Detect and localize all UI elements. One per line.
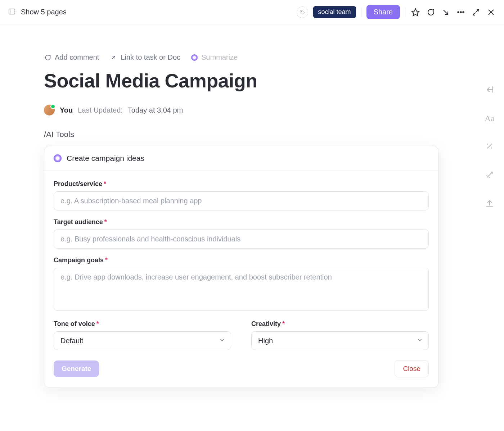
- page-title[interactable]: Social Media Campaign: [44, 69, 410, 92]
- typography-icon[interactable]: Aa: [485, 114, 495, 123]
- generate-button[interactable]: Generate: [54, 360, 99, 377]
- document-content: Add comment Link to task or Doc Summariz…: [0, 24, 410, 388]
- svg-point-4: [458, 12, 459, 13]
- close-button[interactable]: Close: [395, 360, 429, 377]
- ai-icon: [54, 154, 62, 162]
- avatar[interactable]: [44, 105, 55, 115]
- creativity-field: Creativity* High: [251, 320, 429, 350]
- creativity-label: Creativity*: [251, 320, 429, 328]
- svg-rect-0: [9, 9, 15, 14]
- svg-point-5: [460, 12, 462, 13]
- select-row: Tone of voice* Default Creativity*: [54, 320, 429, 350]
- topbar-left: Show 5 pages: [8, 8, 67, 17]
- upload-icon[interactable]: [485, 199, 494, 210]
- magic-icon[interactable]: [485, 170, 494, 181]
- creativity-select-wrap: High: [251, 331, 429, 350]
- svg-point-2: [301, 11, 302, 12]
- share-button[interactable]: Share: [366, 5, 400, 19]
- link-task-action[interactable]: Link to task or Doc: [110, 53, 180, 62]
- indent-icon[interactable]: [485, 85, 494, 96]
- doc-meta: You Last Updated: Today at 3:04 pm: [44, 105, 410, 115]
- panel-title: Create campaign ideas: [67, 154, 144, 163]
- add-comment-label: Add comment: [55, 53, 99, 62]
- required-marker: *: [104, 218, 107, 226]
- ai-icon: [191, 54, 198, 61]
- required-marker: *: [104, 180, 106, 187]
- required-marker: *: [105, 257, 108, 264]
- ai-wand-icon[interactable]: [485, 141, 494, 152]
- link-task-label: Link to task or Doc: [121, 53, 180, 62]
- author-name: You: [60, 106, 73, 114]
- topbar: Show 5 pages social team Share: [0, 0, 504, 24]
- tone-select-wrap: Default: [54, 331, 231, 350]
- expand-icon[interactable]: [471, 7, 481, 17]
- updated-value: Today at 3:04 pm: [128, 106, 183, 114]
- goals-input[interactable]: [54, 268, 429, 311]
- side-toolbar: Aa: [485, 85, 495, 210]
- product-input[interactable]: [54, 191, 429, 210]
- summarize-label: Summarize: [201, 53, 238, 62]
- goals-field: Campaign goals*: [54, 257, 429, 312]
- product-field: Product/service*: [54, 180, 429, 210]
- panel-header: Create campaign ideas: [44, 146, 438, 171]
- comment-icon[interactable]: [426, 7, 436, 17]
- product-label: Product/service*: [54, 180, 429, 188]
- doc-action-row: Add comment Link to task or Doc Summariz…: [44, 53, 410, 62]
- show-pages-button[interactable]: Show 5 pages: [21, 8, 67, 16]
- audience-label: Target audience*: [54, 218, 429, 226]
- required-marker: *: [282, 320, 285, 327]
- svg-marker-3: [412, 9, 419, 16]
- divider: [361, 7, 361, 17]
- tone-field: Tone of voice* Default: [54, 320, 231, 350]
- more-icon[interactable]: [456, 7, 466, 17]
- divider: [405, 7, 405, 17]
- panel-body: Product/service* Target audience* Campai…: [44, 171, 438, 387]
- add-comment-action[interactable]: Add comment: [44, 53, 99, 62]
- topbar-right: social team Share: [297, 5, 496, 19]
- favorite-icon[interactable]: [410, 7, 420, 17]
- close-icon[interactable]: [486, 7, 496, 17]
- tone-label: Tone of voice*: [54, 320, 231, 328]
- ai-tool-panel: Create campaign ideas Product/service* T…: [44, 146, 438, 388]
- goals-label: Campaign goals*: [54, 257, 429, 264]
- updated-label: Last Updated:: [78, 106, 123, 114]
- summarize-action[interactable]: Summarize: [191, 53, 238, 62]
- download-icon[interactable]: [441, 7, 451, 17]
- tag-icon[interactable]: [297, 6, 308, 18]
- tone-select[interactable]: Default: [54, 331, 231, 350]
- sidebar-toggle-icon[interactable]: [8, 8, 16, 17]
- creativity-select[interactable]: High: [251, 331, 429, 350]
- team-badge[interactable]: social team: [313, 6, 356, 18]
- required-marker: *: [96, 320, 99, 327]
- audience-field: Target audience*: [54, 218, 429, 249]
- audience-input[interactable]: [54, 230, 429, 249]
- slash-command-text[interactable]: /AI Tools: [44, 130, 410, 139]
- svg-point-6: [463, 12, 464, 13]
- panel-footer: Generate Close: [54, 360, 429, 377]
